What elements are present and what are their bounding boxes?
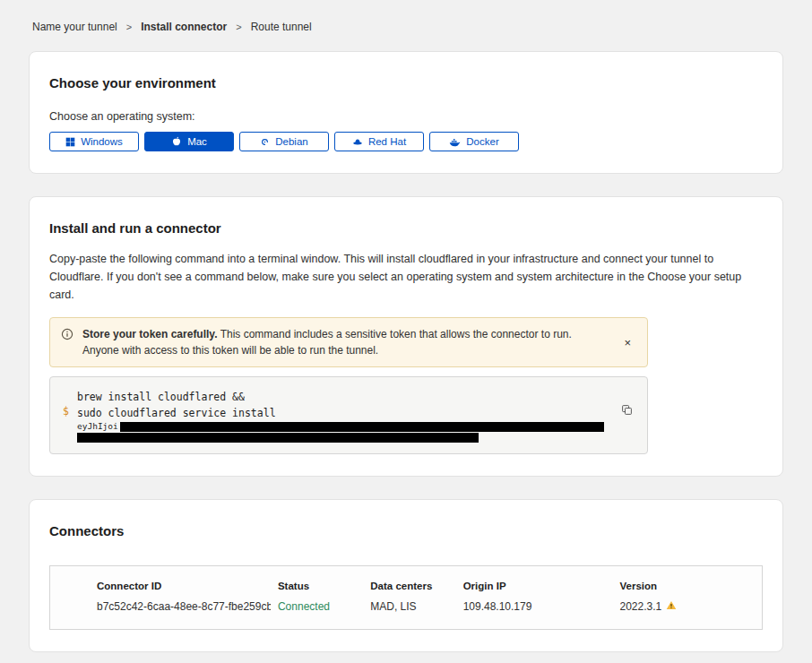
data-centers-cell: MAD, LIS [363,595,455,630]
breadcrumb-step-route-tunnel[interactable]: Route tunnel [251,21,312,33]
command-line-2: sudo cloudflared service install [77,405,608,421]
connector-id-cell: b7c52c42-6caa-48ee-8c77-fbe259cb6c0a [50,595,271,630]
command-line-1: brew install cloudflared && [77,389,608,405]
info-icon [61,328,73,345]
install-connector-card: Install and run a connector Copy-paste t… [29,196,783,477]
os-button-docker[interactable]: Docker [429,132,519,151]
col-header-status: Status [271,566,363,596]
redhat-icon [352,136,363,147]
os-button-redhat[interactable]: Red Hat [334,132,424,151]
breadcrumb: Name your tunnel > Install connector > R… [0,0,812,51]
version-cell: 2022.3.1 [613,595,763,630]
os-button-debian[interactable]: Debian [239,132,329,151]
col-header-connector-id: Connector ID [50,566,271,596]
breadcrumb-step-install-connector[interactable]: Install connector [141,21,227,33]
close-icon[interactable]: × [618,335,636,350]
environment-card: Choose your environment Choose an operat… [29,51,783,174]
os-select-label: Choose an operating system: [49,110,763,123]
origin-ip-cell: 109.48.10.179 [456,595,613,630]
copy-command-button[interactable] [619,402,635,420]
install-instructions: Copy-paste the following command into a … [49,250,763,304]
docker-icon [449,137,461,147]
breadcrumb-separator: > [236,22,241,32]
os-button-label: Docker [466,136,498,147]
connectors-card: Connectors Connector ID Status Data cent… [29,499,783,652]
table-row: b7c52c42-6caa-48ee-8c77-fbe259cb6c0a Con… [50,595,763,630]
token-prefix: eyJhIjoi [77,421,118,432]
breadcrumb-step-name-your-tunnel[interactable]: Name your tunnel [32,21,117,33]
debian-icon [260,137,270,147]
connectors-title: Connectors [49,523,763,538]
os-button-label: Red Hat [368,136,406,147]
breadcrumb-separator: > [126,22,132,32]
connectors-table: Connector ID Status Data centers Origin … [49,565,763,630]
warning-triangle-icon [666,600,677,613]
os-button-label: Mac [187,136,207,147]
install-command-codeblock: $ brew install cloudflared && sudo cloud… [49,376,648,454]
redacted-token-bar [77,433,479,443]
col-header-origin-ip: Origin IP [456,566,613,596]
windows-icon [65,137,75,147]
environment-card-title: Choose your environment [49,75,763,90]
token-warning-banner: Store your token carefully. This command… [49,317,648,367]
version-value: 2022.3.1 [620,600,662,613]
os-button-label: Windows [81,136,123,147]
table-header-row: Connector ID Status Data centers Origin … [50,566,763,596]
os-button-label: Debian [275,136,307,147]
token-warning-text: Store your token carefully. This command… [82,326,584,358]
terminal-prompt: $ [63,405,77,443]
install-connector-title: Install and run a connector [49,220,763,236]
status-badge: Connected [271,595,363,630]
col-header-data-centers: Data centers [363,566,455,596]
copy-icon [621,405,633,418]
os-button-mac[interactable]: Mac [144,132,234,151]
col-header-version: Version [613,566,763,596]
os-button-windows[interactable]: Windows [49,132,139,151]
apple-icon [171,136,182,147]
os-button-group: Windows Mac Debian Red Hat Docker [49,132,763,151]
token-warning-bold: Store your token carefully. [82,328,218,340]
redacted-token-bar [120,422,604,432]
